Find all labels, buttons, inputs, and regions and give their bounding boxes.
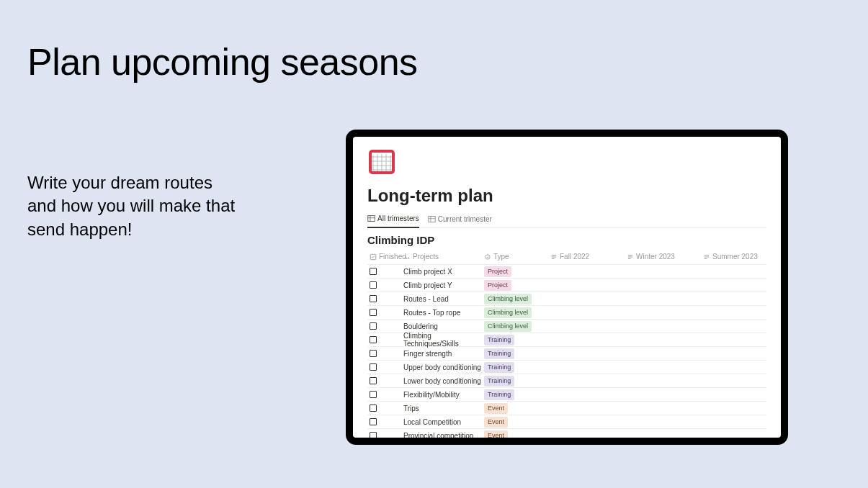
- checkbox[interactable]: [370, 336, 377, 343]
- type-tag: Event: [484, 430, 508, 438]
- checkbox[interactable]: [370, 322, 377, 330]
- cell-finished: [367, 268, 403, 275]
- checkbox[interactable]: [370, 281, 377, 289]
- checkbox[interactable]: [370, 405, 377, 412]
- header-label: Summer 2023: [712, 253, 758, 261]
- slide-title: Plan upcoming seasons: [27, 40, 418, 83]
- cell-project-name[interactable]: Upper body conditioning: [403, 363, 484, 371]
- cell-project-name[interactable]: Bouldering: [403, 322, 484, 330]
- cell-project-name[interactable]: Climbing Techniques/Skills: [403, 332, 484, 348]
- type-tag: Training: [484, 348, 514, 359]
- table-row[interactable]: Local CompetitionEvent: [367, 415, 766, 429]
- checkbox[interactable]: [370, 268, 377, 275]
- table-row[interactable]: Provincial competitionEvent: [367, 429, 766, 438]
- table-row[interactable]: Climbing Techniques/SkillsTraining: [367, 333, 766, 347]
- table-row[interactable]: Routes - LeadClimbing level: [367, 292, 766, 306]
- cell-project-name[interactable]: Climb project X: [403, 268, 484, 276]
- group-title: Climbing IDP: [367, 234, 766, 246]
- tab-current-trimester[interactable]: Current trimester: [428, 212, 492, 227]
- cell-project-name[interactable]: Routes - Top rope: [403, 309, 484, 317]
- header-label: Fall 2022: [560, 253, 589, 261]
- cell-type[interactable]: Training: [484, 335, 550, 345]
- table-row[interactable]: TripsEvent: [367, 402, 766, 415]
- checkbox[interactable]: [370, 295, 377, 302]
- cell-finished: [367, 295, 403, 302]
- column-header-winter-2023[interactable]: Winter 2023: [627, 253, 703, 261]
- checkbox[interactable]: [370, 391, 377, 398]
- cell-finished: [367, 281, 403, 289]
- cell-finished: [367, 377, 403, 384]
- type-tag: Event: [484, 417, 508, 428]
- checkbox[interactable]: [370, 363, 377, 371]
- type-tag: Event: [484, 403, 508, 414]
- cell-finished: [367, 391, 403, 398]
- cell-project-name[interactable]: Flexibility/Mobility: [403, 391, 484, 399]
- table-row[interactable]: Upper body conditioningTraining: [367, 361, 766, 374]
- cell-type[interactable]: Event: [484, 417, 550, 428]
- svg-rect-13: [429, 216, 435, 222]
- column-header-projects[interactable]: Aa Projects: [403, 253, 484, 261]
- subtitle-line-1: Write your dream routes: [27, 173, 212, 192]
- cell-finished: [367, 322, 403, 330]
- cell-finished: [367, 418, 403, 425]
- cell-type[interactable]: Climbing level: [484, 294, 550, 304]
- type-tag: Climbing level: [484, 321, 532, 332]
- cell-type[interactable]: Event: [484, 430, 550, 438]
- cell-finished: [367, 432, 403, 438]
- cell-type[interactable]: Training: [484, 348, 550, 359]
- column-header-fall-2022[interactable]: Fall 2022: [550, 253, 627, 261]
- checkbox[interactable]: [370, 350, 377, 357]
- cell-project-name[interactable]: Provincial competition: [403, 432, 484, 438]
- cell-type[interactable]: Project: [484, 266, 550, 277]
- tab-label: Current trimester: [438, 215, 492, 223]
- cell-project-name[interactable]: Finger strength: [403, 350, 484, 358]
- table-row[interactable]: Flexibility/MobilityTraining: [367, 388, 766, 402]
- cell-project-name[interactable]: Climb project Y: [403, 281, 484, 289]
- type-tag: Training: [484, 362, 514, 373]
- page-title: Long-term plan: [367, 186, 766, 206]
- type-tag: Project: [484, 280, 511, 291]
- checkbox[interactable]: [370, 418, 377, 425]
- column-header-summer-2023[interactable]: Summer 2023: [703, 253, 766, 261]
- table-row[interactable]: Lower body conditioningTraining: [367, 374, 766, 388]
- checkbox[interactable]: [370, 309, 377, 316]
- cell-project-name[interactable]: Trips: [403, 405, 484, 412]
- table-row[interactable]: Climb project YProject: [367, 279, 766, 292]
- slide-subtitle: Write your dream routes and how you will…: [27, 171, 235, 241]
- cell-type[interactable]: Climbing level: [484, 307, 550, 318]
- header-label: Winter 2023: [636, 253, 675, 261]
- cell-project-name[interactable]: Lower body conditioning: [403, 377, 484, 385]
- table-row[interactable]: Routes - Top ropeClimbing level: [367, 306, 766, 320]
- cell-type[interactable]: Training: [484, 389, 550, 400]
- table-row[interactable]: Climb project XProject: [367, 265, 766, 279]
- text-icon: [627, 253, 634, 261]
- column-header-finished[interactable]: Finished: [367, 253, 403, 261]
- type-tag: Climbing level: [484, 294, 532, 304]
- cell-type[interactable]: Climbing level: [484, 321, 550, 332]
- checkbox[interactable]: [370, 432, 377, 438]
- table-row[interactable]: Finger strengthTraining: [367, 347, 766, 361]
- checkbox[interactable]: [370, 377, 377, 384]
- cell-type[interactable]: Event: [484, 403, 550, 414]
- tab-all-trimesters[interactable]: All trimesters: [367, 212, 419, 228]
- header-label: Type: [493, 253, 509, 261]
- cell-type[interactable]: Training: [484, 376, 550, 387]
- table-header-row: Finished Aa Projects Type Fall 2022 Wint…: [367, 249, 766, 265]
- cell-finished: [367, 336, 403, 343]
- type-tag: Training: [484, 389, 514, 400]
- cell-project-name[interactable]: Routes - Lead: [403, 295, 484, 303]
- svg-point-18: [486, 254, 490, 258]
- type-tag: Project: [484, 266, 511, 277]
- cell-type[interactable]: Project: [484, 280, 550, 291]
- type-tag: Training: [484, 335, 514, 345]
- cell-project-name[interactable]: Local Competition: [403, 418, 484, 426]
- text-icon: [703, 253, 710, 261]
- view-tabs: All trimestersCurrent trimester: [367, 212, 766, 228]
- column-header-type[interactable]: Type: [484, 253, 550, 261]
- goal-net-icon: [367, 148, 396, 177]
- cell-type[interactable]: Training: [484, 362, 550, 373]
- subtitle-line-2: and how you will make that: [27, 196, 235, 215]
- select-icon: [484, 253, 491, 261]
- svg-text:Aa: Aa: [404, 254, 410, 259]
- type-tag: Training: [484, 376, 514, 387]
